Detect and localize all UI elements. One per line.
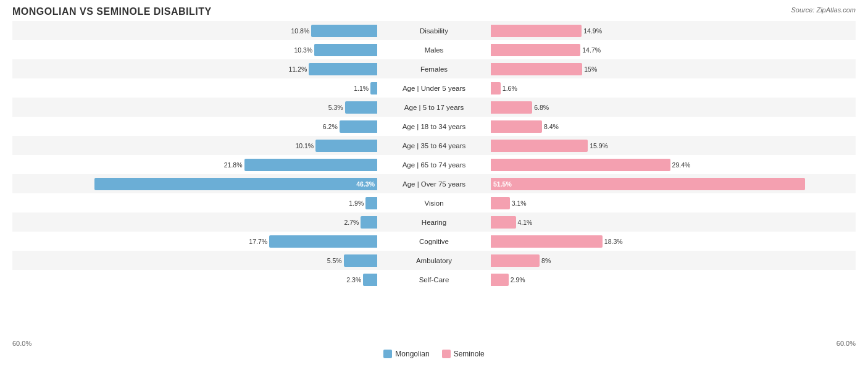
bar-pink <box>491 120 542 133</box>
bar-section: 6.2% Age | 18 to 34 years 8.4% <box>12 117 856 136</box>
left-value: 10.8% <box>291 27 309 35</box>
center-label: Age | 5 to 17 years <box>378 104 490 111</box>
bar-blue <box>309 63 377 75</box>
chart-row: 17.7% Cognitive 18.3% <box>12 232 856 251</box>
left-value: 10.1% <box>295 142 314 149</box>
seminole-color-box <box>442 350 451 358</box>
right-value: 14.9% <box>583 27 602 35</box>
axis-right: 60.0% <box>837 340 856 347</box>
left-side: 6.2% <box>12 117 378 136</box>
center-label: Age | 35 to 64 years <box>378 142 490 149</box>
left-value: 1.9% <box>349 200 364 207</box>
chart-row: 10.3% Males 14.7% <box>12 40 856 59</box>
left-side: 10.1% <box>12 136 378 155</box>
right-side: 8.4% <box>490 117 856 136</box>
left-side: 46.3% <box>12 174 378 193</box>
left-value: 11.2% <box>289 65 307 73</box>
bar-label-inside-left: 46.3% <box>356 180 375 188</box>
left-side: 10.3% <box>12 40 378 59</box>
right-side: 14.7% <box>490 40 856 59</box>
left-side: 17.7% <box>12 232 378 251</box>
right-side: 29.4% <box>490 155 856 174</box>
chart-title: MONGOLIAN VS SEMINOLE DISABILITY <box>12 6 856 17</box>
bar-blue <box>340 120 377 133</box>
right-side: 15.9% <box>490 136 856 155</box>
bar-section: 2.3% Self-Care 2.9% <box>12 270 856 289</box>
left-side: 5.3% <box>12 98 378 117</box>
chart-row: 11.2% Females 15% <box>12 59 856 78</box>
bar-blue <box>344 254 377 267</box>
left-value: 5.5% <box>327 257 342 264</box>
chart-row: 2.3% Self-Care 2.9% <box>12 270 856 289</box>
bar-pink <box>491 82 501 94</box>
bar-pink <box>491 44 580 56</box>
left-side: 21.8% <box>12 155 378 174</box>
center-label: Hearing <box>378 219 490 226</box>
bar-pink <box>491 216 516 229</box>
chart-row: 1.9% Vision 3.1% <box>12 193 856 212</box>
right-side: 1.6% <box>490 78 856 98</box>
bar-section: 17.7% Cognitive 18.3% <box>12 232 856 251</box>
axis-labels: 60.0% 60.0% <box>12 337 856 347</box>
left-value: 2.7% <box>344 219 359 226</box>
seminole-label: Seminole <box>454 350 485 358</box>
bar-blue <box>314 44 377 56</box>
bar-blue <box>315 140 377 152</box>
right-side: 18.3% <box>490 232 856 251</box>
left-value: 5.3% <box>328 104 343 111</box>
bar-section: 1.9% Vision 3.1% <box>12 193 856 212</box>
center-label: Age | 18 to 34 years <box>378 123 490 130</box>
left-side: 1.9% <box>12 193 378 212</box>
chart-row: 2.7% Hearing 4.1% <box>12 212 856 232</box>
left-value: 21.8% <box>224 161 243 169</box>
mongolian-label: Mongolian <box>395 350 429 358</box>
right-value: 6.8% <box>534 104 549 111</box>
right-side: 6.8% <box>490 98 856 117</box>
bar-pink <box>491 25 582 37</box>
right-side: 51.5% <box>490 174 856 193</box>
chart-container: MONGOLIAN VS SEMINOLE DISABILITY Source:… <box>0 0 868 378</box>
legend: Mongolian Seminole <box>12 350 856 358</box>
left-value: 17.7% <box>249 238 267 245</box>
bar-pink: 51.5% <box>491 178 805 190</box>
chart-row: 5.3% Age | 5 to 17 years 6.8% <box>12 98 856 117</box>
legend-mongolian: Mongolian <box>383 350 429 358</box>
left-side: 1.1% <box>12 78 378 98</box>
mongolian-color-box <box>383 350 392 358</box>
center-label: Females <box>378 65 490 73</box>
right-value: 3.1% <box>512 200 527 207</box>
right-value: 8.4% <box>544 123 559 130</box>
bar-section: 5.5% Ambulatory 8% <box>12 251 856 270</box>
bar-pink <box>491 235 603 248</box>
chart-row: 1.1% Age | Under 5 years 1.6% <box>12 78 856 98</box>
right-value: 8% <box>541 257 551 264</box>
chart-row: 10.8% Disability 14.9% <box>12 21 856 40</box>
bar-blue <box>244 159 377 171</box>
center-label: Cognitive <box>378 238 490 245</box>
bar-pink <box>491 101 532 114</box>
chart-row: 10.1% Age | 35 to 64 years 15.9% <box>12 136 856 155</box>
bar-section: 11.2% Females 15% <box>12 59 856 78</box>
bar-blue <box>345 101 377 114</box>
center-label: Ambulatory <box>378 257 490 264</box>
right-side: 8% <box>490 251 856 270</box>
chart-row: 46.3% Age | Over 75 years 51.5% <box>12 174 856 193</box>
right-side: 15% <box>490 59 856 78</box>
bar-pink <box>491 140 588 152</box>
bar-pink <box>491 274 509 286</box>
bar-section: 5.3% Age | 5 to 17 years 6.8% <box>12 98 856 117</box>
right-side: 3.1% <box>490 193 856 212</box>
legend-seminole: Seminole <box>442 350 485 358</box>
right-value: 15.9% <box>590 142 608 149</box>
right-value: 2.9% <box>511 276 525 284</box>
source-label: Source: ZipAtlas.com <box>791 6 856 14</box>
center-label: Disability <box>378 27 490 35</box>
left-side: 5.5% <box>12 251 378 270</box>
left-value: 6.2% <box>323 123 338 130</box>
bar-section: 21.8% Age | 65 to 74 years 29.4% <box>12 155 856 174</box>
left-side: 2.3% <box>12 270 378 289</box>
bar-pink <box>491 254 540 267</box>
chart-row: 21.8% Age | 65 to 74 years 29.4% <box>12 155 856 174</box>
bar-section: 10.3% Males 14.7% <box>12 40 856 59</box>
center-label: Age | 65 to 74 years <box>378 161 490 169</box>
